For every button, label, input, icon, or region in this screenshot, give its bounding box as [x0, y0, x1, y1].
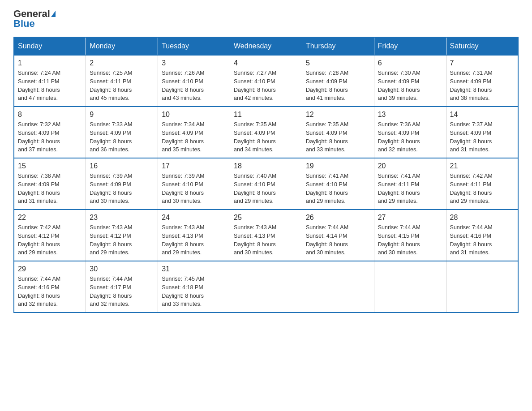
weekday-header-friday: Friday	[374, 37, 446, 55]
day-info: Sunrise: 7:38 AM Sunset: 4:09 PM Dayligh…	[18, 172, 82, 206]
day-number: 7	[450, 59, 514, 67]
calendar-table: SundayMondayTuesdayWednesdayThursdayFrid…	[13, 37, 519, 313]
day-number: 20	[378, 162, 442, 170]
day-cell-1: 1 Sunrise: 7:24 AM Sunset: 4:11 PM Dayli…	[14, 55, 86, 107]
day-number: 23	[90, 214, 154, 222]
day-cell-22: 22 Sunrise: 7:42 AM Sunset: 4:12 PM Dayl…	[14, 210, 86, 261]
day-number: 1	[18, 59, 82, 67]
day-cell-5: 5 Sunrise: 7:28 AM Sunset: 4:09 PM Dayli…	[302, 55, 374, 107]
day-number: 22	[18, 214, 82, 222]
day-cell-19: 19 Sunrise: 7:41 AM Sunset: 4:10 PM Dayl…	[302, 158, 374, 210]
day-cell-16: 16 Sunrise: 7:39 AM Sunset: 4:09 PM Dayl…	[86, 158, 158, 210]
day-cell-29: 29 Sunrise: 7:44 AM Sunset: 4:16 PM Dayl…	[14, 261, 86, 313]
day-cell-3: 3 Sunrise: 7:26 AM Sunset: 4:10 PM Dayli…	[158, 55, 230, 107]
logo: General Blue	[13, 9, 56, 30]
day-info: Sunrise: 7:26 AM Sunset: 4:10 PM Dayligh…	[162, 69, 226, 103]
day-info: Sunrise: 7:27 AM Sunset: 4:10 PM Dayligh…	[234, 69, 298, 103]
day-info: Sunrise: 7:34 AM Sunset: 4:09 PM Dayligh…	[162, 120, 226, 154]
empty-cell-4-3	[230, 261, 302, 313]
day-number: 11	[234, 111, 298, 119]
day-number: 8	[18, 111, 82, 119]
day-cell-30: 30 Sunrise: 7:44 AM Sunset: 4:17 PM Dayl…	[86, 261, 158, 313]
day-info: Sunrise: 7:42 AM Sunset: 4:12 PM Dayligh…	[18, 223, 82, 257]
day-number: 24	[162, 214, 226, 222]
day-info: Sunrise: 7:44 AM Sunset: 4:16 PM Dayligh…	[18, 275, 82, 308]
empty-cell-4-6	[446, 261, 518, 313]
weekday-header-thursday: Thursday	[302, 37, 374, 55]
day-number: 16	[90, 162, 154, 170]
day-cell-8: 8 Sunrise: 7:32 AM Sunset: 4:09 PM Dayli…	[14, 107, 86, 158]
day-info: Sunrise: 7:37 AM Sunset: 4:09 PM Dayligh…	[450, 120, 514, 154]
day-info: Sunrise: 7:43 AM Sunset: 4:13 PM Dayligh…	[162, 223, 226, 257]
day-cell-2: 2 Sunrise: 7:25 AM Sunset: 4:11 PM Dayli…	[86, 55, 158, 107]
day-cell-28: 28 Sunrise: 7:44 AM Sunset: 4:16 PM Dayl…	[446, 210, 518, 261]
weekday-header-wednesday: Wednesday	[230, 37, 302, 55]
day-number: 17	[162, 162, 226, 170]
day-cell-27: 27 Sunrise: 7:44 AM Sunset: 4:15 PM Dayl…	[374, 210, 446, 261]
day-cell-13: 13 Sunrise: 7:36 AM Sunset: 4:09 PM Dayl…	[374, 107, 446, 158]
day-cell-4: 4 Sunrise: 7:27 AM Sunset: 4:10 PM Dayli…	[230, 55, 302, 107]
day-number: 26	[306, 214, 370, 222]
day-info: Sunrise: 7:33 AM Sunset: 4:09 PM Dayligh…	[90, 120, 154, 154]
week-row-2: 8 Sunrise: 7:32 AM Sunset: 4:09 PM Dayli…	[14, 107, 518, 158]
empty-cell-4-5	[374, 261, 446, 313]
day-number: 28	[450, 214, 514, 222]
day-number: 9	[90, 111, 154, 119]
day-info: Sunrise: 7:42 AM Sunset: 4:11 PM Dayligh…	[450, 172, 514, 206]
day-cell-26: 26 Sunrise: 7:44 AM Sunset: 4:14 PM Dayl…	[302, 210, 374, 261]
week-row-1: 1 Sunrise: 7:24 AM Sunset: 4:11 PM Dayli…	[14, 55, 518, 107]
logo-triangle-icon	[51, 11, 56, 17]
day-cell-11: 11 Sunrise: 7:35 AM Sunset: 4:09 PM Dayl…	[230, 107, 302, 158]
day-info: Sunrise: 7:39 AM Sunset: 4:10 PM Dayligh…	[162, 172, 226, 206]
day-number: 31	[162, 265, 226, 273]
day-cell-14: 14 Sunrise: 7:37 AM Sunset: 4:09 PM Dayl…	[446, 107, 518, 158]
day-number: 19	[306, 162, 370, 170]
day-cell-6: 6 Sunrise: 7:30 AM Sunset: 4:09 PM Dayli…	[374, 55, 446, 107]
day-number: 15	[18, 162, 82, 170]
day-info: Sunrise: 7:31 AM Sunset: 4:09 PM Dayligh…	[450, 69, 514, 103]
day-number: 10	[162, 111, 226, 119]
week-row-3: 15 Sunrise: 7:38 AM Sunset: 4:09 PM Dayl…	[14, 158, 518, 210]
day-number: 29	[18, 265, 82, 273]
day-cell-9: 9 Sunrise: 7:33 AM Sunset: 4:09 PM Dayli…	[86, 107, 158, 158]
day-info: Sunrise: 7:44 AM Sunset: 4:14 PM Dayligh…	[306, 223, 370, 257]
day-info: Sunrise: 7:35 AM Sunset: 4:09 PM Dayligh…	[306, 120, 370, 154]
day-info: Sunrise: 7:32 AM Sunset: 4:09 PM Dayligh…	[18, 120, 82, 154]
day-number: 3	[162, 59, 226, 67]
day-info: Sunrise: 7:28 AM Sunset: 4:09 PM Dayligh…	[306, 69, 370, 103]
day-number: 4	[234, 59, 298, 67]
day-info: Sunrise: 7:43 AM Sunset: 4:12 PM Dayligh…	[90, 223, 154, 257]
day-info: Sunrise: 7:44 AM Sunset: 4:17 PM Dayligh…	[90, 275, 154, 308]
empty-cell-4-4	[302, 261, 374, 313]
day-number: 21	[450, 162, 514, 170]
day-number: 2	[90, 59, 154, 67]
day-info: Sunrise: 7:25 AM Sunset: 4:11 PM Dayligh…	[90, 69, 154, 103]
day-cell-7: 7 Sunrise: 7:31 AM Sunset: 4:09 PM Dayli…	[446, 55, 518, 107]
day-cell-25: 25 Sunrise: 7:43 AM Sunset: 4:13 PM Dayl…	[230, 210, 302, 261]
day-cell-20: 20 Sunrise: 7:41 AM Sunset: 4:11 PM Dayl…	[374, 158, 446, 210]
day-info: Sunrise: 7:44 AM Sunset: 4:16 PM Dayligh…	[450, 223, 514, 257]
day-cell-18: 18 Sunrise: 7:40 AM Sunset: 4:10 PM Dayl…	[230, 158, 302, 210]
day-number: 18	[234, 162, 298, 170]
day-info: Sunrise: 7:43 AM Sunset: 4:13 PM Dayligh…	[234, 223, 298, 257]
day-info: Sunrise: 7:41 AM Sunset: 4:10 PM Dayligh…	[306, 172, 370, 206]
day-info: Sunrise: 7:36 AM Sunset: 4:09 PM Dayligh…	[378, 120, 442, 154]
day-number: 13	[378, 111, 442, 119]
day-number: 5	[306, 59, 370, 67]
weekday-header-saturday: Saturday	[446, 37, 518, 55]
day-info: Sunrise: 7:35 AM Sunset: 4:09 PM Dayligh…	[234, 120, 298, 154]
day-cell-31: 31 Sunrise: 7:45 AM Sunset: 4:18 PM Dayl…	[158, 261, 230, 313]
day-info: Sunrise: 7:45 AM Sunset: 4:18 PM Dayligh…	[162, 275, 226, 308]
page-header: General Blue	[13, 9, 519, 30]
weekday-header-row: SundayMondayTuesdayWednesdayThursdayFrid…	[14, 37, 518, 55]
day-cell-24: 24 Sunrise: 7:43 AM Sunset: 4:13 PM Dayl…	[158, 210, 230, 261]
day-number: 12	[306, 111, 370, 119]
weekday-header-tuesday: Tuesday	[158, 37, 230, 55]
day-info: Sunrise: 7:39 AM Sunset: 4:09 PM Dayligh…	[90, 172, 154, 206]
week-row-5: 29 Sunrise: 7:44 AM Sunset: 4:16 PM Dayl…	[14, 261, 518, 313]
day-number: 14	[450, 111, 514, 119]
day-info: Sunrise: 7:30 AM Sunset: 4:09 PM Dayligh…	[378, 69, 442, 103]
logo-general-text: General	[13, 9, 50, 19]
day-number: 25	[234, 214, 298, 222]
day-info: Sunrise: 7:24 AM Sunset: 4:11 PM Dayligh…	[18, 69, 82, 103]
